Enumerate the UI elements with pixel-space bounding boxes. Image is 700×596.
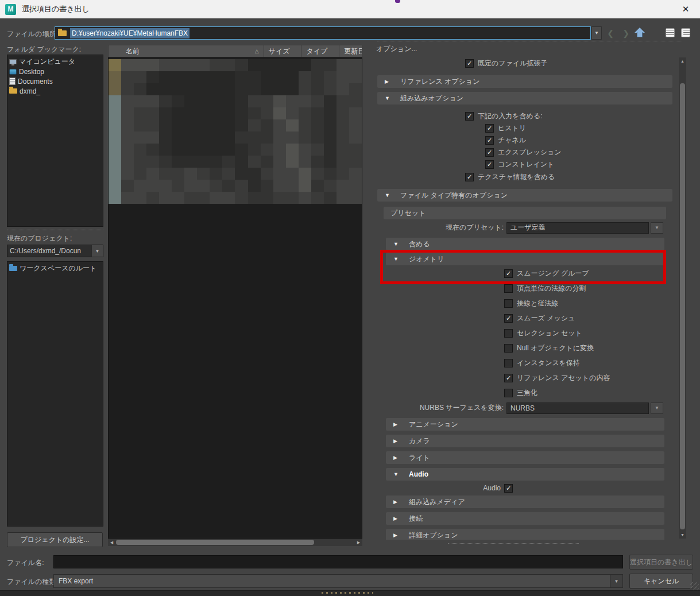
cancel-button[interactable]: キャンセル bbox=[629, 574, 693, 589]
checkbox[interactable] bbox=[504, 389, 513, 397]
section-cameras[interactable]: ▶ カメラ bbox=[386, 435, 664, 447]
checkbox[interactable] bbox=[465, 173, 474, 181]
collapse-arrow-icon: ▼ bbox=[393, 241, 400, 247]
section-file-type-options[interactable]: ▼ ファイル タイプ特有のオプション bbox=[377, 189, 672, 202]
checkbox[interactable] bbox=[465, 59, 474, 68]
section-embed-options[interactable]: ▼ 組み込みオプション bbox=[377, 92, 672, 105]
location-dropdown-button[interactable]: ▼ bbox=[591, 26, 602, 40]
option-smoothing-groups[interactable]: スムージング グループ bbox=[377, 268, 700, 280]
checkbox[interactable] bbox=[504, 269, 513, 278]
chevron-down-icon[interactable]: ▼ bbox=[651, 403, 663, 414]
chevron-down-icon[interactable]: ▼ bbox=[651, 222, 663, 234]
option-channels[interactable]: チャネル bbox=[377, 134, 700, 146]
option-selection-sets[interactable]: セレクション セット bbox=[377, 327, 700, 339]
section-geometry[interactable]: ▼ ジオメトリ bbox=[386, 253, 664, 265]
horizontal-scrollbar[interactable]: ◀ ▶ bbox=[108, 539, 362, 546]
collapse-arrow-icon: ▼ bbox=[393, 471, 400, 477]
new-folder-button[interactable]: ✶ bbox=[649, 41, 700, 48]
documents-icon bbox=[9, 78, 16, 85]
folder-bookmarks-label: フォルダ ブックマーク: bbox=[7, 45, 81, 55]
option-default-file-extension[interactable]: 既定のファイル拡張子 bbox=[377, 57, 700, 69]
option-smooth-mesh[interactable]: スムーズ メッシュ bbox=[377, 312, 700, 324]
section-animation[interactable]: ▶ アニメーション bbox=[386, 418, 664, 431]
checkbox[interactable] bbox=[504, 299, 513, 308]
resize-grip[interactable] bbox=[690, 582, 699, 590]
checkbox[interactable] bbox=[504, 359, 513, 367]
option-audio[interactable]: Audio bbox=[377, 483, 513, 493]
list-view-button[interactable] bbox=[666, 28, 675, 37]
bookmark-item-my-computer[interactable]: マイコンピュータ bbox=[7, 57, 103, 67]
column-header-name[interactable]: 名前 △ bbox=[109, 45, 264, 57]
column-header-type[interactable]: タイプ bbox=[301, 45, 339, 57]
options-vertical-scrollbar[interactable]: ▲ ▼ bbox=[679, 57, 686, 539]
checkbox[interactable] bbox=[504, 314, 513, 323]
option-triangulate[interactable]: 三角化 bbox=[377, 387, 700, 399]
column-header-modified[interactable]: 更新日 bbox=[339, 45, 362, 57]
close-icon[interactable]: ✕ bbox=[676, 0, 695, 18]
bookmark-forward-icon: ❯ bbox=[622, 29, 629, 38]
chevron-down-icon[interactable]: ▼ bbox=[91, 245, 103, 257]
bookmark-back-button[interactable]: ❮ bbox=[605, 28, 616, 39]
export-selection-dialog: M 選択項目の書き出し ✕ ファイルの場所: D:¥user¥nozaki¥UE… bbox=[0, 0, 700, 596]
option-referenced-assets-content[interactable]: リファレンス アセットの内容 bbox=[377, 372, 700, 384]
option-tangents-binormals[interactable]: 接線と従法線 bbox=[377, 297, 700, 309]
project-settings-button[interactable]: プロジェクトの設定... bbox=[7, 532, 103, 547]
option-history[interactable]: ヒストリ bbox=[377, 122, 700, 134]
section-audio[interactable]: ▼ Audio bbox=[386, 468, 664, 481]
export-selection-button[interactable]: 選択項目の書き出し bbox=[629, 555, 693, 570]
option-convert-to-null[interactable]: Null オブジェクトに変換 bbox=[377, 342, 700, 354]
file-name-input[interactable] bbox=[53, 555, 623, 568]
titlebar[interactable]: M 選択項目の書き出し ✕ bbox=[0, 0, 700, 19]
details-view-button[interactable] bbox=[681, 28, 690, 37]
option-split-per-vertex-normals[interactable]: 頂点単位の法線の分割 bbox=[377, 282, 700, 295]
bookmark-item-desktop[interactable]: Desktop bbox=[7, 67, 103, 76]
option-include-inputs[interactable]: 下記の入力を含める: bbox=[377, 110, 700, 122]
section-lights[interactable]: ▶ ライト bbox=[386, 451, 664, 464]
options-drag-handle[interactable] bbox=[448, 543, 579, 544]
checkbox[interactable] bbox=[485, 124, 494, 133]
option-include-texture-info[interactable]: テクスチャ情報を含める bbox=[377, 171, 700, 183]
section-connections[interactable]: ▶ 接続 bbox=[386, 512, 664, 525]
nurbs-convert-combo[interactable]: NURBS bbox=[506, 403, 649, 414]
checkbox[interactable] bbox=[504, 374, 513, 382]
current-project-combo[interactable]: C:/Users/dxmd_/Docun ▼ bbox=[7, 245, 103, 257]
option-constraints[interactable]: コンストレイント bbox=[377, 158, 700, 171]
checkbox[interactable] bbox=[465, 112, 474, 121]
scroll-left-icon[interactable]: ◀ bbox=[108, 539, 115, 546]
expand-arrow-icon: ▶ bbox=[393, 499, 400, 505]
expand-arrow-icon: ▶ bbox=[393, 532, 400, 538]
section-reference-options[interactable]: ▶ リファレンス オプション bbox=[377, 75, 672, 88]
option-preserve-instances[interactable]: インスタンスを保持 bbox=[377, 357, 700, 369]
checkbox[interactable] bbox=[504, 484, 513, 493]
horizontal-scrollbar-thumb[interactable] bbox=[116, 540, 314, 545]
options-header[interactable]: オプション... bbox=[376, 44, 417, 54]
checkbox[interactable] bbox=[504, 344, 513, 353]
scroll-down-icon[interactable]: ▼ bbox=[679, 531, 686, 539]
file-type-combo[interactable]: FBX export ▼ bbox=[53, 574, 623, 588]
nurbs-convert-row: NURBS サーフェスを変換: NURBS ▼ bbox=[377, 402, 663, 414]
scroll-up-icon[interactable]: ▲ bbox=[679, 57, 686, 65]
collapse-arrow-icon: ▼ bbox=[393, 256, 400, 262]
scroll-right-icon[interactable]: ▶ bbox=[355, 539, 362, 546]
section-embedded-media[interactable]: ▶ 組み込みメディア bbox=[386, 496, 664, 508]
current-preset-combo[interactable]: ユーザ定義 bbox=[506, 222, 649, 234]
workspace-root-item[interactable]: ワークスペースのルート bbox=[7, 264, 103, 273]
chevron-down-icon[interactable]: ▼ bbox=[610, 575, 622, 587]
maya-app-icon: M bbox=[5, 4, 16, 15]
checkbox[interactable] bbox=[504, 329, 513, 338]
up-one-level-button[interactable] bbox=[634, 27, 645, 38]
presets-bar[interactable]: プリセット bbox=[384, 207, 666, 219]
checkbox[interactable] bbox=[485, 136, 494, 145]
file-location-input[interactable]: D:¥user¥nozaki¥UE¥MetaHumanFBX bbox=[55, 26, 591, 40]
bookmark-item-dxmd[interactable]: dxmd_ bbox=[7, 86, 103, 96]
column-header-size[interactable]: サイズ bbox=[264, 45, 302, 57]
option-expressions[interactable]: エクスプレッション bbox=[377, 146, 700, 158]
vertical-scrollbar-thumb[interactable] bbox=[680, 83, 685, 529]
checkbox[interactable] bbox=[485, 160, 494, 169]
section-include[interactable]: ▼ 含める bbox=[386, 238, 664, 250]
bookmark-item-documents[interactable]: Documents bbox=[7, 76, 103, 86]
checkbox[interactable] bbox=[504, 284, 513, 293]
checkbox[interactable] bbox=[485, 148, 494, 157]
bookmark-back-icon: ❮ bbox=[607, 29, 614, 38]
bookmark-forward-button[interactable]: ❯ bbox=[620, 28, 632, 39]
